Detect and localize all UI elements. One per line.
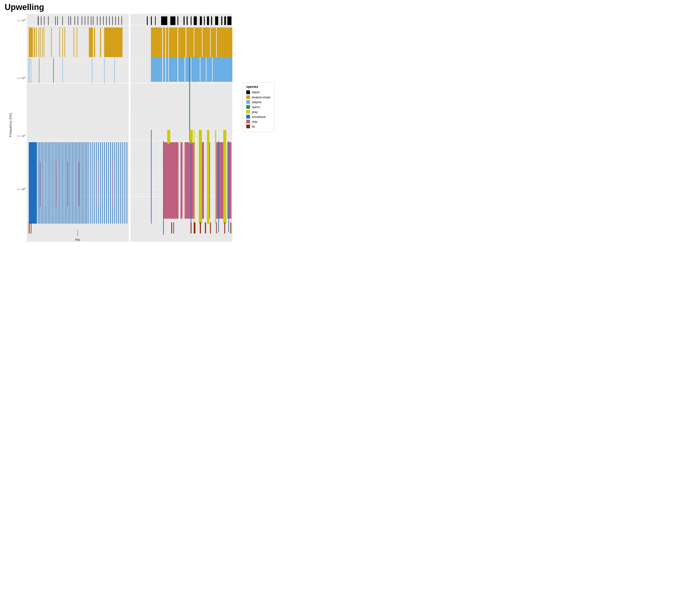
- svg-rect-46: [100, 16, 101, 25]
- svg-rect-186: [204, 16, 205, 25]
- svg-rect-96: [59, 142, 60, 224]
- svg-rect-210: [200, 57, 201, 82]
- svg-rect-238: [205, 222, 206, 234]
- y-tick-1e4: 1 × 104: [17, 76, 26, 79]
- svg-rect-88: [48, 142, 48, 224]
- y-tick-1e5: 1 × 105: [17, 18, 26, 22]
- svg-rect-81: [38, 142, 39, 224]
- svg-rect-91: [52, 142, 53, 224]
- svg-rect-108: [76, 142, 77, 224]
- svg-rect-221: [167, 130, 170, 143]
- svg-rect-84: [42, 142, 43, 224]
- legend: species NBHF beaked whale dolphin sperm …: [242, 82, 274, 132]
- svg-rect-35: [62, 16, 63, 25]
- svg-rect-92: [54, 142, 54, 224]
- svg-rect-101: [66, 142, 67, 224]
- svg-rect-90: [51, 142, 51, 224]
- legend-item-sperm: sperm: [246, 105, 270, 109]
- svg-rect-74: [62, 58, 63, 83]
- x-label-left: May: [75, 238, 80, 241]
- svg-rect-54: [29, 27, 33, 57]
- page-title: Upwelling: [5, 2, 44, 12]
- svg-rect-241: [224, 222, 225, 234]
- svg-rect-135: [127, 142, 127, 224]
- svg-rect-227: [223, 130, 226, 224]
- svg-rect-79: [53, 58, 54, 83]
- svg-rect-234: [173, 222, 174, 234]
- svg-rect-143: [29, 222, 30, 234]
- svg-rect-124: [104, 142, 105, 224]
- svg-rect-69: [100, 27, 101, 57]
- svg-rect-134: [124, 142, 125, 224]
- svg-rect-45: [97, 16, 98, 25]
- svg-rect-181: [183, 16, 184, 25]
- svg-rect-49: [109, 16, 110, 25]
- svg-rect-99: [64, 142, 64, 224]
- svg-rect-36: [69, 16, 69, 25]
- svg-rect-142: [112, 162, 113, 206]
- svg-rect-68: [94, 27, 95, 57]
- svg-rect-116: [88, 142, 89, 224]
- svg-rect-98: [62, 142, 63, 224]
- svg-rect-240: [216, 222, 217, 234]
- svg-rect-220: [227, 142, 232, 219]
- svg-rect-204: [162, 57, 163, 82]
- svg-rect-130: [116, 142, 117, 224]
- svg-rect-41: [85, 16, 85, 25]
- svg-rect-111: [80, 142, 81, 224]
- svg-rect-203: [151, 57, 232, 82]
- svg-rect-97: [61, 142, 61, 224]
- svg-rect-185: [200, 16, 202, 25]
- legend-item-ship: ship: [246, 120, 270, 123]
- svg-rect-229: [163, 141, 164, 235]
- svg-rect-82: [39, 142, 40, 224]
- svg-rect-109: [78, 142, 78, 224]
- svg-rect-137: [45, 162, 46, 206]
- svg-rect-190: [221, 16, 222, 25]
- svg-rect-129: [114, 142, 115, 224]
- svg-rect-112: [82, 142, 83, 224]
- svg-rect-179: [170, 16, 175, 25]
- svg-rect-188: [211, 16, 212, 25]
- svg-rect-213: [189, 57, 190, 141]
- svg-rect-62: [59, 27, 60, 57]
- left-panel: May: [27, 14, 129, 242]
- svg-rect-31: [44, 16, 45, 25]
- svg-rect-119: [94, 142, 94, 224]
- svg-rect-215: [180, 142, 182, 219]
- svg-rect-32: [48, 16, 48, 25]
- svg-rect-233: [171, 222, 172, 234]
- svg-rect-60: [44, 27, 44, 57]
- svg-rect-127: [110, 142, 111, 224]
- svg-rect-237: [200, 222, 201, 234]
- svg-rect-176: [151, 16, 152, 25]
- svg-rect-71: [29, 58, 30, 83]
- svg-rect-100: [65, 142, 66, 224]
- svg-rect-126: [108, 142, 109, 224]
- svg-rect-177: [155, 16, 155, 25]
- svg-rect-95: [58, 142, 59, 224]
- svg-rect-235: [191, 222, 191, 234]
- svg-rect-228: [151, 130, 151, 224]
- svg-rect-43: [91, 16, 91, 25]
- svg-rect-242: [230, 222, 231, 234]
- svg-rect-207: [177, 57, 178, 82]
- svg-rect-208: [184, 57, 186, 82]
- legend-item-dolphin: dolphin: [246, 100, 270, 104]
- svg-rect-93: [55, 142, 56, 224]
- svg-rect-64: [64, 27, 65, 57]
- svg-rect-139: [68, 162, 68, 206]
- svg-rect-132: [120, 142, 121, 224]
- svg-rect-182: [187, 16, 188, 25]
- svg-rect-72: [31, 58, 31, 83]
- svg-rect-118: [92, 142, 93, 224]
- svg-rect-29: [38, 16, 39, 25]
- svg-rect-57: [39, 27, 39, 57]
- svg-rect-223: [194, 130, 194, 224]
- svg-rect-78: [39, 58, 40, 83]
- svg-rect-103: [69, 142, 70, 224]
- svg-rect-117: [90, 142, 91, 224]
- svg-rect-38: [75, 16, 75, 25]
- y-tick-1e3: 1 × 103: [17, 134, 26, 137]
- svg-rect-47: [103, 16, 104, 25]
